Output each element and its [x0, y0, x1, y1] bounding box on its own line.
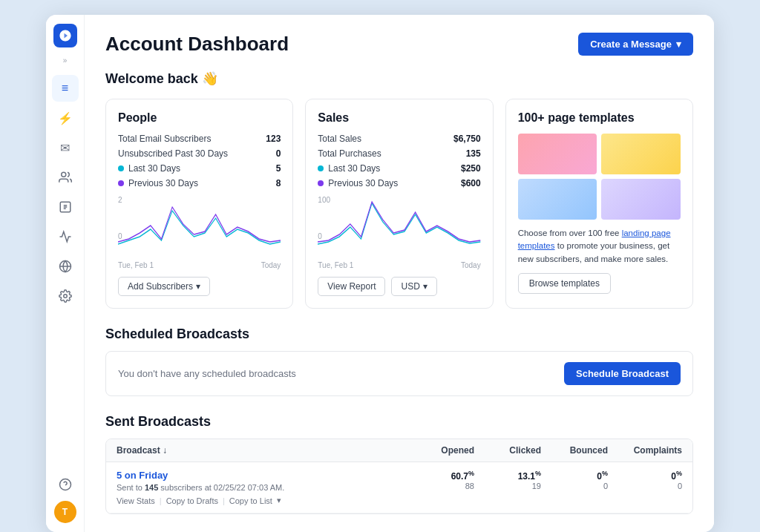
clicked-cell: 13.1% 19 — [474, 470, 541, 505]
broadcast-name-link[interactable]: 5 on Friday — [117, 470, 407, 481]
sales-last30-dot — [318, 165, 324, 171]
templates-card: 100+ page templates Choose from over 100… — [505, 99, 693, 309]
people-prev30-dot — [118, 180, 124, 186]
template-thumb-yellow — [601, 134, 681, 174]
table-header-row: Broadcast ↓ Opened Clicked Bounced Compl… — [106, 439, 692, 462]
template-thumb-pink — [518, 134, 597, 174]
copy-to-list-link[interactable]: Copy to List — [229, 496, 272, 505]
svg-point-1 — [61, 172, 65, 177]
broadcast-meta: Sent to 145 subscribers at 02/25/22 07:0… — [117, 483, 284, 492]
sidebar-item-lightning[interactable]: ⚡ — [52, 105, 79, 131]
sales-last30-label: Last 30 Days — [328, 163, 380, 174]
sales-total-label: Total Sales — [318, 134, 361, 144]
broadcast-cell: 5 on Friday Sent to 145 subscribers at 0… — [117, 470, 407, 505]
copy-to-drafts-link[interactable]: Copy to Drafts — [166, 496, 218, 505]
th-broadcast: Broadcast ↓ — [117, 445, 407, 456]
sidebar: » ≡ ⚡ ✉ — [46, 15, 85, 532]
complaints-cell: 0% 0 — [608, 470, 682, 505]
people-unsub-label: Unsubscribed Past 30 Days — [118, 148, 228, 159]
people-chart-y-top: 2 — [118, 196, 122, 204]
create-message-chevron: ▾ — [676, 39, 681, 50]
opened-cell: 60.7% 88 — [407, 470, 474, 505]
sent-section-title: Sent Broadcasts — [105, 414, 693, 430]
people-card-actions: Add Subscribers ▾ — [118, 277, 281, 296]
complaints-pct: 0% — [671, 471, 682, 482]
sidebar-item-form[interactable] — [52, 194, 79, 220]
people-unsubscribed-row: Unsubscribed Past 30 Days 0 — [118, 148, 281, 159]
people-chart-dates: Tue, Feb 1 Today — [118, 261, 281, 269]
sidebar-expand-btn[interactable]: » — [63, 56, 68, 65]
copy-to-list-chevron[interactable]: ▾ — [277, 496, 281, 505]
templates-description: Choose from over 100 free landing page t… — [518, 227, 681, 266]
bounced-pct: 0% — [597, 471, 608, 482]
page-title: Account Dashboard — [105, 33, 289, 56]
user-avatar[interactable]: T — [54, 501, 76, 523]
people-chart-date-start: Tue, Feb 1 — [118, 261, 154, 269]
sidebar-bottom: T — [52, 471, 79, 523]
clicked-pct: 13.1% — [518, 471, 541, 482]
scheduled-section-title: Scheduled Broadcasts — [105, 326, 693, 342]
people-total-value: 123 — [266, 134, 281, 144]
people-prev30-label: Previous 30 Days — [128, 178, 198, 188]
templates-card-title: 100+ page templates — [518, 111, 681, 125]
scheduled-empty-text: You don't have any scheduled broadcasts — [118, 368, 296, 379]
sidebar-item-users[interactable] — [52, 164, 79, 191]
sales-card-title: Sales — [318, 111, 480, 125]
schedule-broadcast-button[interactable]: Schedule Broadcast — [564, 362, 681, 385]
people-unsub-value: 0 — [276, 148, 281, 159]
sent-broadcasts-table: Broadcast ↓ Opened Clicked Bounced Compl… — [105, 439, 693, 514]
th-opened: Opened — [407, 445, 474, 456]
opened-count: 88 — [407, 482, 474, 490]
sales-total-value: $6,750 — [453, 134, 481, 144]
logo[interactable] — [53, 24, 77, 47]
sales-purchases-row: Total Purchases 135 — [318, 148, 480, 159]
landing-page-templates-link[interactable]: landing page templates — [518, 229, 671, 250]
sidebar-help[interactable] — [52, 471, 79, 498]
sales-prev30-row: Previous 30 Days $600 — [318, 178, 480, 188]
sales-chart-y-bottom: 0 — [318, 232, 322, 240]
sales-prev30-label: Previous 30 Days — [328, 178, 398, 188]
people-chart-y-bottom: 0 — [118, 232, 122, 240]
add-subscribers-button[interactable]: Add Subscribers ▾ — [118, 277, 210, 296]
add-subscribers-chevron: ▾ — [196, 281, 200, 292]
sales-total-row: Total Sales $6,750 — [318, 134, 480, 144]
sidebar-item-mail[interactable]: ✉ — [52, 134, 79, 161]
templates-grid — [518, 134, 681, 220]
sales-chart-dates: Tue, Feb 1 Today — [318, 261, 480, 269]
people-prev30-value: 8 — [276, 178, 281, 188]
broadcast-row-actions: View Stats | Copy to Drafts | Copy to Li… — [117, 496, 407, 505]
sidebar-item-filter[interactable]: ≡ — [52, 75, 79, 102]
opened-pct: 60.7% — [451, 471, 474, 482]
currency-button[interactable]: USD ▾ — [391, 277, 436, 296]
view-stats-link[interactable]: View Stats — [117, 496, 155, 505]
sidebar-item-globe[interactable] — [52, 253, 79, 280]
clicked-count: 19 — [474, 482, 541, 490]
sales-purchases-value: 135 — [466, 148, 481, 159]
sales-prev30-value: $600 — [461, 178, 481, 188]
people-card-title: People — [118, 111, 281, 125]
template-thumb-purple — [601, 179, 681, 220]
bounced-count: 0 — [541, 482, 608, 490]
create-message-button[interactable]: Create a Message ▾ — [578, 33, 693, 56]
people-total-label: Total Email Subscribers — [118, 134, 211, 144]
main-header: Account Dashboard Create a Message ▾ — [105, 33, 693, 56]
cards-row: People Total Email Subscribers 123 Unsub… — [105, 99, 693, 309]
complaints-count: 0 — [608, 482, 682, 490]
broadcast-count: 145 — [145, 483, 158, 492]
sales-chart-y-top: 100 — [318, 196, 330, 204]
browse-templates-button[interactable]: Browse templates — [518, 273, 611, 294]
people-last30-row: Last 30 Days 5 — [118, 163, 281, 174]
people-prev30-row: Previous 30 Days 8 — [118, 178, 281, 188]
sales-card-actions: View Report USD ▾ — [318, 277, 480, 296]
people-total-subscribers-row: Total Email Subscribers 123 — [118, 134, 281, 144]
sales-chart-date-end: Today — [461, 261, 481, 269]
app-wrapper: » ≡ ⚡ ✉ — [46, 15, 714, 532]
th-complaints: Complaints — [608, 445, 682, 456]
sales-chart-date-start: Tue, Feb 1 — [318, 261, 353, 269]
people-last30-value: 5 — [276, 163, 281, 174]
sidebar-item-chart[interactable] — [52, 223, 79, 250]
view-report-button[interactable]: View Report — [318, 277, 385, 296]
th-clicked: Clicked — [474, 445, 541, 456]
people-card: People Total Email Subscribers 123 Unsub… — [105, 99, 293, 309]
sidebar-item-settings[interactable] — [52, 283, 79, 309]
